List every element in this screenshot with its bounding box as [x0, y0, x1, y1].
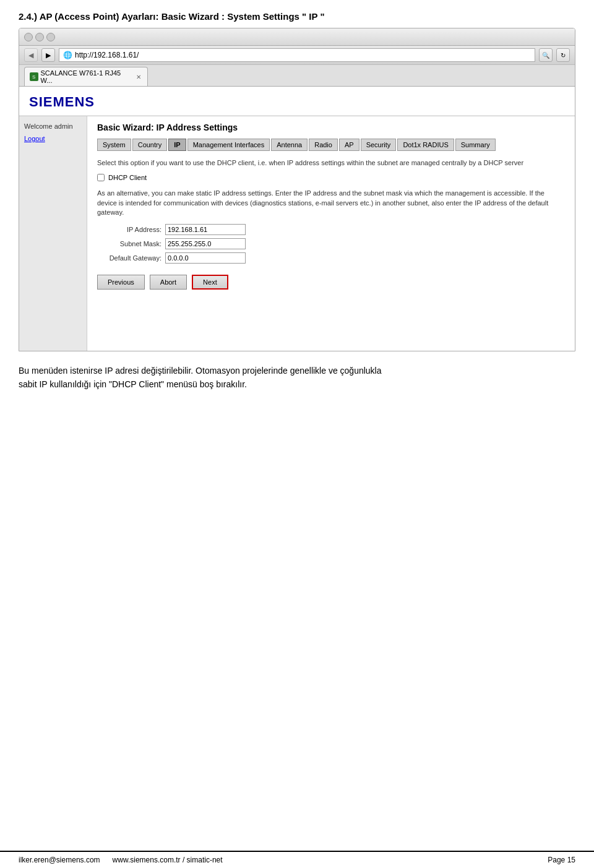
- tab-ip[interactable]: IP: [168, 139, 186, 151]
- address-bar[interactable]: 🌐 http://192.168.1.61/: [59, 48, 535, 62]
- search-icon[interactable]: 🔍: [539, 48, 553, 62]
- page-header: 2.4.) AP (Access Point) Ayarları: Basic …: [0, 0, 594, 28]
- dhcp-checkbox[interactable]: [97, 174, 105, 181]
- browser-titlebar: [19, 28, 575, 46]
- default-gateway-input[interactable]: [165, 252, 246, 264]
- sidebar: Welcome admin Logout: [19, 116, 87, 351]
- browser-tab-active[interactable]: S SCALANCE W761-1 RJ45 W... ✕: [24, 67, 148, 86]
- default-gateway-label: Default Gateway:: [97, 254, 165, 262]
- webpage-layout: Welcome admin Logout Basic Wizard: IP Ad…: [19, 116, 575, 351]
- dhcp-checkbox-row: DHCP Client: [97, 174, 565, 181]
- static-ip-description: As an alternative, you can make static I…: [97, 189, 565, 217]
- sidebar-logout[interactable]: Logout: [24, 135, 82, 142]
- subnet-mask-row: Subnet Mask:: [97, 238, 565, 249]
- description-line1: Bu menüden istenirse IP adresi değiştiri…: [19, 366, 382, 376]
- forward-button[interactable]: ▶: [41, 48, 55, 62]
- description-line2: sabit IP kullanıldığı için "DHCP Client"…: [19, 379, 247, 389]
- siemens-header: SIEMENS: [19, 87, 575, 116]
- tab-favicon: S: [30, 72, 38, 81]
- browser-tab-bar: S SCALANCE W761-1 RJ45 W... ✕: [19, 65, 575, 87]
- page-header-title: 2.4.) AP (Access Point) Ayarları: Basic …: [19, 11, 325, 22]
- previous-button[interactable]: Previous: [97, 275, 145, 290]
- wizard-title: Basic Wizard: IP Address Settings: [97, 122, 565, 132]
- next-button[interactable]: Next: [192, 275, 228, 290]
- subnet-mask-label: Subnet Mask:: [97, 240, 165, 247]
- refresh-button[interactable]: ↻: [556, 48, 570, 62]
- browser-min-btn[interactable]: [35, 33, 44, 41]
- address-text: http://192.168.1.61/: [75, 51, 139, 59]
- browser-navbar: ◀ ▶ 🌐 http://192.168.1.61/ 🔍 ↻: [19, 46, 575, 65]
- back-button[interactable]: ◀: [24, 48, 38, 62]
- ip-address-label: IP Address:: [97, 226, 165, 233]
- action-buttons: Previous Abort Next: [97, 275, 565, 290]
- ip-address-input[interactable]: [165, 224, 246, 235]
- dhcp-description: Select this option if you want to use th…: [97, 158, 565, 168]
- tab-summary[interactable]: Summary: [455, 139, 496, 151]
- tab-security[interactable]: Security: [361, 139, 397, 151]
- default-gateway-row: Default Gateway:: [97, 252, 565, 264]
- address-icon: 🌐: [63, 51, 72, 59]
- tab-management-interfaces[interactable]: Management Interfaces: [187, 139, 270, 151]
- sidebar-welcome: Welcome admin: [24, 122, 82, 130]
- tab-system[interactable]: System: [97, 139, 131, 151]
- tab-ap[interactable]: AP: [339, 139, 359, 151]
- tab-antenna[interactable]: Antenna: [271, 139, 308, 151]
- browser-content: SIEMENS Welcome admin Logout Basic Wizar…: [19, 87, 575, 351]
- siemens-logo: SIEMENS: [29, 94, 565, 110]
- abort-button[interactable]: Abort: [150, 275, 187, 290]
- tab-close-icon[interactable]: ✕: [136, 74, 141, 80]
- tab-radio[interactable]: Radio: [309, 139, 338, 151]
- browser-window: ◀ ▶ 🌐 http://192.168.1.61/ 🔍 ↻ S SCALANC…: [19, 28, 575, 351]
- main-content: Basic Wizard: IP Address Settings System…: [87, 116, 575, 351]
- tab-country[interactable]: Country: [132, 139, 168, 151]
- wizard-tabs: System Country IP Management Interfaces …: [97, 139, 565, 151]
- tab-label: SCALANCE W761-1 RJ45 W...: [41, 69, 131, 84]
- description-section: Bu menüden istenirse IP adresi değiştiri…: [0, 351, 594, 398]
- browser-close-btn[interactable]: [24, 33, 33, 41]
- dhcp-checkbox-label: DHCP Client: [108, 174, 147, 181]
- ip-address-row: IP Address:: [97, 224, 565, 235]
- subnet-mask-input[interactable]: [165, 238, 246, 249]
- browser-max-btn[interactable]: [46, 33, 55, 41]
- tab-dot1x[interactable]: Dot1x RADIUS: [397, 139, 454, 151]
